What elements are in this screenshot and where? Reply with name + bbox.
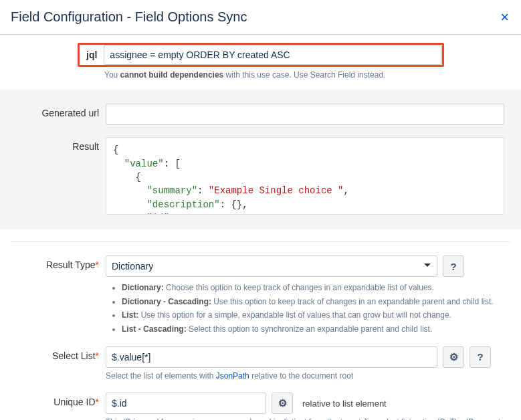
unique-id-input[interactable] [106, 393, 266, 414]
jql-input[interactable] [104, 45, 442, 65]
select-list-input[interactable] [106, 346, 437, 368]
close-icon[interactable]: × [500, 10, 509, 25]
unique-id-inline-note: relative to list element [302, 399, 387, 409]
jql-hint: You cannot build dependencies with this … [104, 70, 510, 81]
jql-label: jql [80, 45, 104, 65]
dialog-title: Field Configuration - Field Options Sync [11, 9, 247, 25]
result-json: { "value": [ { "summary": "Example Singl… [106, 137, 504, 215]
generated-url-label: Generated url [11, 104, 106, 118]
gear-icon[interactable]: ⚙ [443, 346, 464, 368]
generated-url-input[interactable] [106, 104, 504, 125]
unique-id-hint: This ID is used for mapping purposes onl… [106, 417, 510, 420]
result-type-hints: Dictionary: Choose this option to keep t… [110, 281, 510, 336]
unique-id-label: Unique ID* [11, 393, 106, 407]
help-icon[interactable]: ? [443, 255, 464, 277]
result-label: Result [11, 137, 106, 152]
help-icon[interactable]: ? [470, 346, 491, 368]
jql-group: jql [78, 43, 444, 67]
result-type-select[interactable]: Dictionary [106, 255, 437, 277]
gear-icon[interactable]: ⚙ [272, 393, 293, 414]
result-type-label: Result Type* [11, 255, 106, 270]
select-list-hint: Select the list of elements with JsonPat… [106, 371, 510, 382]
jsonpath-link[interactable]: JsonPath [216, 371, 249, 381]
select-list-label: Select List* [11, 346, 106, 361]
